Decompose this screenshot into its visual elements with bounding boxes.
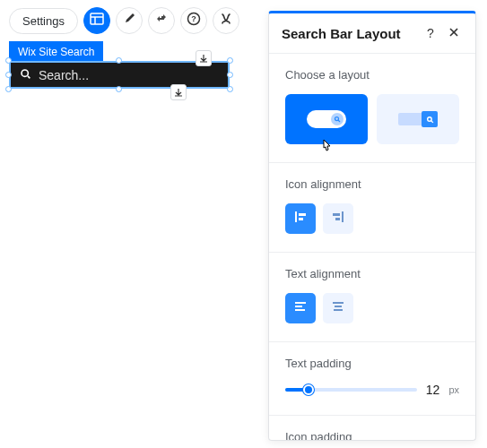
svg-point-11 [427, 116, 431, 121]
text-padding-unit: px [448, 384, 459, 395]
align-left-icon [293, 210, 308, 228]
svg-rect-18 [335, 218, 340, 220]
section-label: Icon padding [285, 430, 459, 440]
selection-label: Wix Site Search [9, 41, 103, 63]
resize-handle[interactable] [5, 72, 12, 78]
resize-handle[interactable] [116, 86, 122, 92]
help-icon: ? [187, 12, 201, 30]
layout-icon [90, 12, 104, 30]
resize-handle[interactable] [5, 57, 12, 64]
drag-handle-bottom[interactable] [170, 84, 187, 100]
svg-line-6 [28, 75, 30, 77]
svg-line-10 [338, 120, 340, 122]
svg-point-5 [22, 70, 28, 76]
icon-align-right-button[interactable] [323, 203, 353, 234]
panel-title: Search Bar Layout [282, 26, 416, 41]
search-icon [20, 68, 31, 82]
align-right-icon [331, 210, 345, 228]
layout-option-boxed[interactable] [377, 94, 459, 144]
icon-align-left-button[interactable] [285, 203, 316, 234]
resize-handle[interactable] [116, 57, 122, 64]
section-label: Text alignment [285, 267, 459, 280]
help-icon: ? [427, 26, 434, 40]
stretch-tool-button[interactable] [213, 7, 239, 34]
svg-rect-17 [333, 213, 340, 216]
brush-icon [122, 12, 136, 30]
floating-toolbar: Settings ? [9, 7, 239, 34]
stretch-icon [219, 12, 233, 30]
text-align-center-button[interactable] [323, 293, 353, 323]
panel-help-button[interactable]: ? [422, 24, 439, 42]
svg-line-12 [430, 120, 432, 122]
layout-option-rounded[interactable] [285, 94, 368, 144]
layout-tool-button[interactable] [83, 7, 110, 34]
section-text-alignment: Text alignment [269, 253, 475, 342]
svg-rect-13 [295, 211, 297, 222]
resize-handle[interactable] [227, 72, 233, 78]
section-label: Icon alignment [285, 177, 459, 191]
animation-tool-button[interactable] [148, 7, 175, 34]
layout-preview-icon [398, 110, 438, 128]
panel-header: Search Bar Layout ? [269, 13, 475, 54]
text-padding-slider[interactable] [285, 388, 417, 392]
svg-rect-14 [299, 213, 306, 216]
close-icon [448, 26, 459, 40]
drag-handle-top[interactable] [196, 50, 212, 66]
resize-handle[interactable] [5, 86, 12, 92]
svg-text:?: ? [191, 14, 196, 23]
text-align-left-button[interactable] [285, 293, 316, 323]
animation-icon [154, 12, 169, 30]
panel-close-button[interactable] [445, 24, 463, 42]
layout-panel: Search Bar Layout ? Choose a layout [268, 11, 476, 441]
layout-preview-icon [307, 110, 346, 128]
svg-rect-0 [91, 13, 103, 24]
svg-rect-15 [299, 218, 303, 220]
text-align-left-icon [293, 299, 308, 317]
resize-handle[interactable] [227, 86, 233, 92]
section-choose-layout: Choose a layout [269, 54, 475, 163]
section-label: Text padding [285, 357, 459, 370]
section-label: Choose a layout [285, 68, 459, 82]
section-icon-padding: Icon padding [269, 416, 475, 440]
text-padding-value: 12 [426, 383, 440, 397]
resize-handle[interactable] [227, 57, 233, 64]
section-icon-alignment: Icon alignment [269, 163, 475, 253]
text-align-center-icon [331, 299, 345, 317]
section-text-padding: Text padding 12px [269, 342, 475, 416]
search-placeholder-text: Search... [39, 68, 89, 82]
settings-button[interactable]: Settings [9, 8, 78, 34]
panel-body: Choose a layout Icon alignment [269, 54, 475, 440]
slider-thumb[interactable] [303, 384, 314, 395]
design-tool-button[interactable] [116, 7, 143, 34]
help-tool-button[interactable]: ? [180, 7, 207, 34]
svg-point-9 [335, 117, 339, 121]
svg-rect-16 [342, 211, 344, 222]
